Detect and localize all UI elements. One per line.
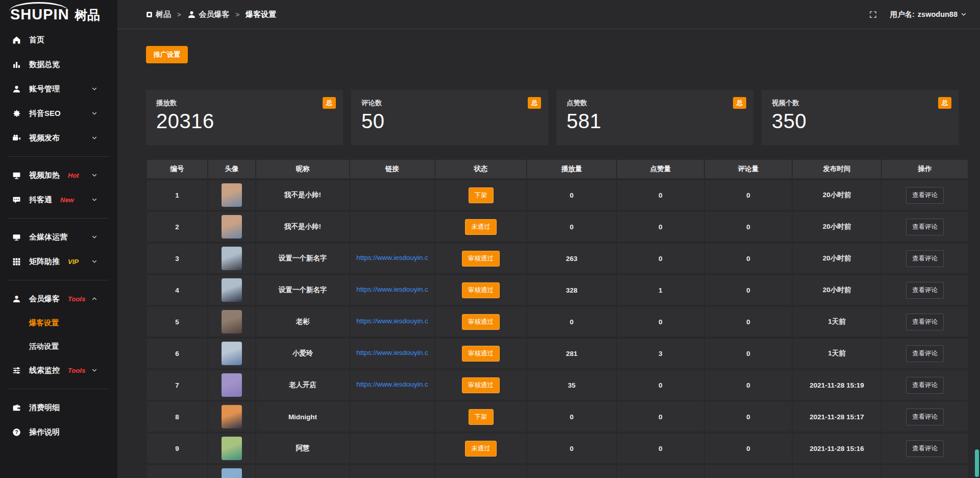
display-icon [12,171,21,180]
status-badge-button[interactable]: 下架 [469,187,494,203]
sidebar-item-4[interactable]: 视频发布 [0,126,117,150]
view-comments-button[interactable]: 查看评论 [906,187,944,204]
table-row [147,465,968,478]
avatar [222,405,242,428]
cell-avatar [208,465,255,478]
chevron-down-icon [91,135,101,141]
cell-actions: 查看评论 [882,244,968,273]
breadcrumb-separator: > [236,11,240,18]
video-link[interactable]: https://www.iesdouyin.c [356,285,428,293]
status-badge-button[interactable]: 审核通过 [462,314,500,330]
status-badge-button[interactable]: 未通过 [465,219,497,235]
sidebar-divider [8,156,109,157]
cell-number: 1 [147,180,207,210]
video-link[interactable]: https://www.iesdouyin.c [356,254,428,261]
svg-text:?: ? [15,429,18,435]
logo-arc-decoration [9,2,68,11]
user-menu[interactable]: 用户名: zswodun88 [890,10,967,19]
cell-plays [527,465,616,478]
view-comments-button[interactable]: 查看评论 [906,282,944,299]
view-comments-button[interactable]: 查看评论 [906,409,944,425]
status-badge-button[interactable]: 下架 [469,409,494,425]
sidebar-divider [8,280,109,280]
cell-likes: 0 [617,402,704,432]
scrollbar-thumb[interactable] [975,449,979,477]
chevron-up-icon [91,296,101,302]
cell-nickname: 老人开店 [256,370,349,400]
cell-publish-time: 20小时前 [793,180,881,210]
status-badge-button[interactable]: 审核通过 [462,377,500,393]
sidebar-item-label: 全媒体运营 [29,232,67,242]
cell-nickname: 阿慧 [256,434,349,463]
cell-actions: 查看评论 [882,307,968,337]
view-comments-button[interactable]: 查看评论 [906,377,944,394]
video-link[interactable]: https://www.iesdouyin.c [356,317,428,325]
chevron-down-icon [91,86,101,92]
sidebar-item-16[interactable]: ?操作说明 [0,420,117,444]
fullscreen-icon[interactable] [869,11,877,18]
cell-status: 审核通过 [435,307,526,337]
cell-link: https://www.iesdouyin.c [350,275,434,305]
sidebar-item-15[interactable]: 消费明细 [0,395,117,420]
video-link[interactable]: https://www.iesdouyin.c [356,380,428,388]
chevron-down-icon [91,234,101,240]
status-badge-button[interactable]: 审核通过 [462,251,500,267]
cell-link: https://www.iesdouyin.c [350,370,434,400]
sidebar-item-13[interactable]: 线索监控Tools [0,358,117,383]
stat-label: 播放数 [156,99,333,108]
username-value: zswodun88 [918,10,958,18]
breadcrumb-label: 树品 [156,10,171,19]
sidebar-item-9[interactable]: 全媒体运营 [0,225,117,249]
column-header-4: 状态 [435,160,526,178]
cell-avatar [208,402,255,432]
view-comments-button[interactable]: 查看评论 [906,250,944,267]
video-link[interactable]: https://www.iesdouyin.c [356,349,428,356]
sliders-icon [12,366,21,375]
breadcrumb-item-0[interactable]: 树品 [146,10,171,19]
sidebar-item-0[interactable]: 首页 [0,28,117,52]
chevron-down-icon [91,367,101,373]
sidebar-item-1[interactable]: 数据总览 [0,52,117,77]
view-comments-button[interactable]: 查看评论 [906,219,944,235]
sidebar-item-12[interactable]: 会员爆客Tools [0,286,117,311]
user-zone: 用户名: zswodun88 [869,10,967,19]
stat-value: 20316 [156,110,333,133]
cell-actions: 查看评论 [882,275,968,305]
column-header-3: 链接 [350,160,434,178]
status-badge-button[interactable]: 审核通过 [462,282,500,298]
status-badge-button[interactable]: 审核通过 [462,346,500,362]
sidebar-subitem-12-0[interactable]: 爆客设置 [0,311,117,334]
promo-settings-button[interactable]: 推广设置 [146,46,188,63]
sidebar-item-tag: VIP [68,258,79,266]
table-row: 6小爱玲https://www.iesdouyin.c审核通过281301天前查… [147,339,968,368]
view-comments-button[interactable]: 查看评论 [906,314,944,330]
cell-comments: 0 [705,244,792,273]
cell-nickname: 小爱玲 [256,339,349,368]
cell-likes: 0 [617,212,704,242]
breadcrumb-item-2[interactable]: 爆客设置 [246,10,276,19]
cell-likes [617,465,704,478]
status-badge-button[interactable]: 未通过 [465,441,497,457]
sidebar-item-10[interactable]: 矩阵助推VIP [0,249,117,274]
cell-plays: 0 [527,212,616,242]
column-header-2: 昵称 [256,160,349,178]
cell-comments [705,465,792,478]
view-comments-button[interactable]: 查看评论 [906,345,944,362]
sidebar-item-3[interactable]: 抖音SEO [0,101,117,126]
breadcrumb-separator: > [177,11,181,18]
sidebar-subitem-12-1[interactable]: 活动设置 [0,334,117,358]
sidebar-item-2[interactable]: 账号管理 [0,77,117,101]
chat-icon [12,196,21,204]
cell-avatar [208,275,255,305]
cell-status: 未通过 [435,434,526,463]
cell-comments: 0 [705,307,792,337]
sidebar-item-6[interactable]: 视频加热Hot [0,163,117,187]
cell-plays: 263 [527,244,616,273]
cell-status: 下架 [435,402,526,432]
view-comments-button[interactable]: 查看评论 [906,440,944,457]
sidebar-item-7[interactable]: 抖客通New [0,187,117,212]
column-header-9: 操作 [882,160,968,178]
table-header: 编号头像昵称链接状态播放量点赞量评论量发布时间操作 [147,160,968,178]
breadcrumb-item-1[interactable]: 会员爆客 [187,10,230,19]
cell-avatar [208,180,255,210]
